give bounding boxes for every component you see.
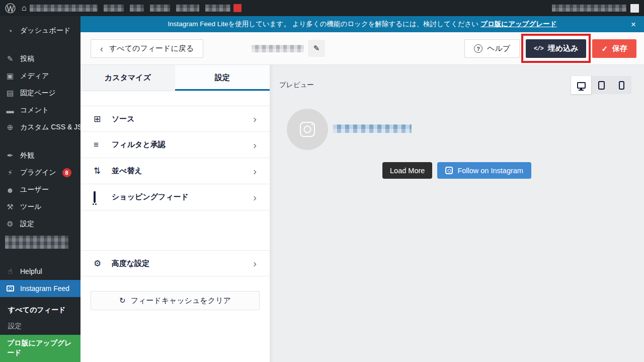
follow-on-instagram-button[interactable]: Follow on Instagram: [437, 162, 531, 179]
tab-settings[interactable]: 設定: [175, 65, 270, 91]
banner-text: Instagram Feed Liteを使用しています。 より多くの機能のロック…: [168, 20, 478, 29]
help-button[interactable]: ? ヘルプ: [464, 39, 520, 58]
section-sort[interactable]: ⇅ 並べ替え ›: [80, 158, 270, 184]
submenu-item-upgrade-to-pro[interactable]: プロ版にアップグレード: [0, 335, 80, 362]
chevron-right-icon: ›: [253, 140, 257, 150]
sidebar-item-tools[interactable]: ⚒ ツール: [0, 198, 80, 215]
section-label: ショッピングフィード: [112, 192, 189, 202]
admin-bar-item-blurred[interactable]: [130, 5, 144, 12]
section-advanced[interactable]: ⚙ 高度な設定 ›: [80, 250, 270, 276]
admin-bar-right: [552, 4, 639, 13]
filter-icon: ≡: [94, 140, 106, 150]
sidebar-item-instagram-feed[interactable]: Instagram Feed: [0, 280, 80, 297]
desktop-icon: [577, 82, 586, 89]
submenu-item-all-feeds[interactable]: すべてのフィード: [0, 302, 80, 318]
panel-tabs: カスタマイズ 設定: [80, 65, 270, 91]
upgrade-to-pro-link[interactable]: プロ版にアップグレード: [480, 20, 556, 29]
edit-feed-name-button[interactable]: ✎: [308, 40, 325, 57]
sidebar-item-label: プラグイン: [20, 168, 56, 177]
back-button-label: すべてのフィードに戻る: [109, 44, 194, 53]
avatar[interactable]: [630, 4, 639, 13]
section-shoppable-feed[interactable]: ショッピングフィード ›: [80, 184, 270, 210]
user-name-blurred[interactable]: [552, 5, 626, 12]
toolbar-actions: ? ヘルプ </> 埋め込み ✓ 保存: [464, 39, 636, 58]
sidebar-item-posts[interactable]: ✎ 投稿: [0, 50, 80, 67]
chevron-right-icon: ›: [253, 114, 257, 124]
admin-bar-item-blurred[interactable]: [104, 5, 124, 12]
feed-settings-panel: カスタマイズ 設定 ⊞ ソース › ≡ フィルタと承認 › ⇅ 並べ替え › シ…: [80, 65, 270, 362]
instagram-profile-avatar: [287, 109, 328, 150]
sidebar-item-pages[interactable]: ▤ 固定ページ: [0, 85, 80, 102]
save-button-label: 保存: [612, 44, 627, 53]
clear-feed-cache-button[interactable]: ↻ フィードキャッシュをクリア: [91, 291, 260, 310]
tab-customize[interactable]: カスタマイズ: [80, 65, 175, 91]
blurred-label: [5, 236, 68, 249]
panel-spacer: [80, 210, 270, 250]
load-more-button[interactable]: Load More: [382, 162, 432, 179]
sidebar-separator: [0, 136, 80, 147]
sidebar-item-label: コメント: [20, 106, 49, 115]
back-to-all-feeds-button[interactable]: ‹ すべてのフィードに戻る: [91, 39, 203, 58]
device-tablet-button[interactable]: [591, 76, 611, 94]
sidebar-item-label: Instagram Feed: [20, 284, 69, 293]
admin-bar-item-blurred[interactable]: [176, 5, 199, 12]
feed-editor-toolbar: ‹ すべてのフィードに戻る ✎ ? ヘルプ </> 埋め込み ✓ 保存: [80, 32, 644, 65]
wp-admin-bar: Ⓦ ⌂: [0, 0, 644, 16]
device-desktop-button[interactable]: [571, 76, 591, 94]
sidebar-item-plugins[interactable]: ⚡ プラグイン 8: [0, 164, 80, 181]
shopping-cart-icon: [94, 192, 106, 202]
sidebar-item-media[interactable]: ▣ メディア: [0, 67, 80, 85]
plugin-icon: ⚡: [5, 168, 15, 177]
sidebar-item-dashboard[interactable]: ◔ ダッシュボード: [0, 22, 80, 39]
instagram-camera-icon: [300, 122, 315, 137]
embed-button[interactable]: </> 埋め込み: [526, 39, 586, 58]
section-filters-moderation[interactable]: ≡ フィルタと承認 ›: [80, 132, 270, 158]
device-preview-toggle: [571, 76, 631, 94]
sidebar-item-comments[interactable]: ▬ コメント: [0, 102, 80, 119]
sidebar-item-label: ダッシュボード: [20, 26, 70, 35]
chevron-right-icon: ›: [253, 166, 257, 176]
home-icon[interactable]: ⌂: [22, 4, 27, 13]
section-label: 並べ替え: [112, 166, 142, 176]
check-icon: ✓: [601, 44, 608, 53]
sidebar-item-custom-css-js[interactable]: ⊕ カスタム CSS & JS: [0, 119, 80, 136]
mobile-icon: [619, 81, 624, 90]
section-sources[interactable]: ⊞ ソース ›: [80, 106, 270, 132]
wordpress-logo-icon[interactable]: Ⓦ: [5, 3, 16, 14]
media-icon: ▣: [5, 71, 15, 81]
pencil-icon: ✎: [313, 44, 320, 52]
dashboard-icon: ◔: [5, 27, 15, 35]
save-button[interactable]: ✓ 保存: [592, 39, 636, 58]
preview-header: プレビュー: [279, 76, 631, 94]
section-label: 高度な設定: [112, 259, 149, 268]
admin-bar-item-blurred[interactable]: [150, 5, 170, 12]
tablet-icon: [598, 81, 605, 90]
instagram-username-blurred[interactable]: [333, 124, 412, 133]
sidebar-item-helpful[interactable]: ☝ Helpful: [0, 263, 80, 280]
admin-bar-item-blurred[interactable]: [205, 5, 230, 12]
sidebar-item-label: Helpful: [20, 267, 42, 275]
code-icon: </>: [534, 45, 543, 52]
sidebar-item-settings[interactable]: ⚙ 設定: [0, 215, 80, 233]
sidebar-item-appearance[interactable]: ✒ 外観: [0, 147, 80, 164]
sidebar-item-label: ツール: [20, 202, 42, 211]
sidebar-item-blurred[interactable]: [0, 233, 80, 252]
submenu-item-settings[interactable]: 設定: [0, 318, 80, 334]
settings-icon: ⚙: [5, 220, 15, 229]
admin-bar-notification-blurred[interactable]: [233, 4, 242, 12]
user-icon: ☻: [5, 186, 15, 194]
sidebar-item-users[interactable]: ☻ ユーザー: [0, 181, 80, 198]
refresh-icon: ↻: [119, 296, 126, 305]
close-icon[interactable]: ×: [631, 20, 636, 29]
site-name-blurred[interactable]: [30, 5, 98, 12]
sidebar-item-label: 外観: [20, 151, 34, 160]
device-mobile-button[interactable]: [611, 76, 631, 94]
feed-name-blurred: [252, 45, 304, 52]
gear-icon: ⚙: [94, 258, 106, 269]
sidebar-item-label: メディア: [20, 71, 49, 81]
chevron-right-icon: ›: [253, 258, 257, 268]
question-mark-icon: ?: [474, 44, 482, 53]
section-label: ソース: [112, 114, 135, 124]
section-label: フィルタと承認: [112, 140, 166, 150]
app-window: Ⓦ ⌂ ◔ ダッシュボード ✎ 投稿 ▣ メディア: [0, 0, 644, 362]
